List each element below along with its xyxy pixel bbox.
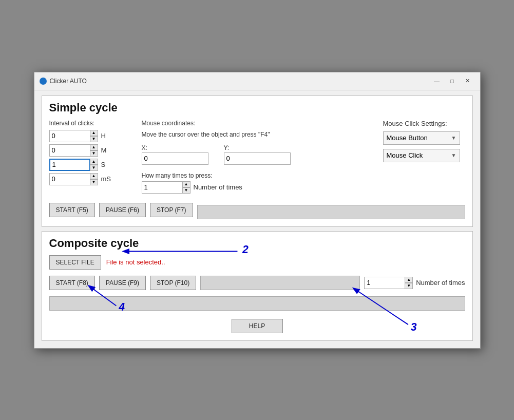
- file-row: SELECT FILE File is not selected..: [49, 255, 465, 270]
- x-item: X:: [142, 144, 208, 165]
- mouse-click-value: Mouse Click: [387, 151, 423, 159]
- minimize-button[interactable]: —: [430, 75, 444, 87]
- interval-h-input[interactable]: [49, 130, 90, 142]
- composite-times-up[interactable]: ▲: [405, 277, 413, 283]
- composite-controls-row: START (F8) PAUSE (F9) STOP (F10) ▲ ▼ Num…: [49, 276, 465, 290]
- interval-row-s: ▲ ▼ S: [49, 159, 131, 171]
- unit-h: H: [101, 132, 111, 140]
- interval-label: Interval of clicks:: [49, 120, 131, 127]
- mouse-button-value: Mouse Button: [387, 134, 428, 142]
- press-count-input[interactable]: [142, 181, 183, 194]
- simple-cycle-title: Simple cycle: [49, 101, 465, 114]
- mouse-click-arrow: ▼: [451, 152, 456, 158]
- x-label: X:: [142, 144, 208, 151]
- spinner-ms: ▲ ▼: [49, 173, 98, 185]
- spinner-s-down[interactable]: ▼: [90, 165, 98, 171]
- spinner-h-btns: ▲ ▼: [90, 130, 98, 142]
- y-input[interactable]: [224, 152, 291, 165]
- interval-row-h: ▲ ▼ H: [49, 130, 131, 142]
- composite-cycle-title: Composite cycle: [49, 237, 465, 250]
- spinner-m: ▲ ▼: [49, 144, 98, 157]
- title-bar: Clicker AUTO — □ ✕: [34, 72, 480, 90]
- help-button[interactable]: HELP: [232, 319, 283, 333]
- mouse-coords-block: Mouse coordinates: Move the cursor over …: [142, 120, 373, 194]
- spinner-m-down[interactable]: ▼: [90, 150, 98, 157]
- settings-label: Mouse Click Settings:: [383, 120, 465, 127]
- press-spinner-up[interactable]: ▲: [182, 181, 191, 187]
- unit-m: M: [101, 146, 111, 154]
- spinner-h-up[interactable]: ▲: [90, 130, 98, 136]
- spinner-h-down[interactable]: ▼: [90, 136, 98, 142]
- composite-times-spinner: ▲ ▼: [364, 277, 413, 289]
- press-count-block: How many times to press: ▲ ▼ Number of t…: [142, 172, 373, 194]
- interval-ms-input[interactable]: [49, 173, 90, 185]
- spinner-s-up[interactable]: ▲: [90, 159, 98, 165]
- spinner-m-up[interactable]: ▲: [90, 144, 98, 150]
- simple-status-bar: [197, 205, 465, 219]
- mouse-button-arrow: ▼: [451, 135, 456, 141]
- composite-bottom-bar: [49, 296, 465, 311]
- composite-times-label: Number of times: [416, 279, 465, 287]
- unit-ms: mS: [101, 175, 111, 183]
- file-status: File is not selected..: [106, 258, 165, 266]
- simple-cycle-actions: START (F5) PAUSE (F6) STOP (F7): [49, 201, 465, 219]
- window-body: Simple cycle Interval of clicks: ▲ ▼: [34, 90, 480, 348]
- spinner-ms-down[interactable]: ▼: [90, 179, 98, 185]
- simple-cycle-content: Interval of clicks: ▲ ▼ H: [49, 120, 465, 194]
- maximize-button[interactable]: □: [445, 75, 460, 87]
- y-label: Y:: [224, 144, 291, 151]
- coords-label: Mouse coordinates:: [142, 120, 373, 127]
- press-spinner-down[interactable]: ▼: [182, 187, 191, 194]
- xy-row: X: Y:: [142, 144, 373, 165]
- y-item: Y:: [224, 144, 291, 165]
- press-count-label: How many times to press:: [142, 172, 373, 179]
- window-title: Clicker AUTO: [50, 78, 87, 85]
- press-spinner-btns: ▲ ▼: [182, 181, 191, 194]
- pause-f6-button[interactable]: PAUSE (F6): [99, 203, 146, 217]
- coords-hint: Move the cursor over the object and pres…: [142, 131, 373, 138]
- stop-f10-button[interactable]: STOP (F10): [150, 276, 196, 290]
- interval-block: Interval of clicks: ▲ ▼ H: [49, 120, 131, 186]
- press-count-row: ▲ ▼ Number of times: [142, 181, 373, 194]
- composite-times-down[interactable]: ▼: [405, 283, 413, 289]
- composite-status-bar: [200, 276, 360, 290]
- mouse-settings-block: Mouse Click Settings: Mouse Button ▼ Mou…: [383, 120, 465, 162]
- press-unit-label: Number of times: [194, 183, 242, 191]
- composite-cycle-content: SELECT FILE File is not selected.. START…: [49, 255, 465, 333]
- interval-s-input[interactable]: [49, 159, 90, 171]
- interval-m-input[interactable]: [49, 144, 90, 157]
- main-window: Clicker AUTO — □ ✕ Simple cycle Interval…: [34, 72, 481, 349]
- title-bar-left: Clicker AUTO: [40, 78, 87, 85]
- app-icon: [40, 78, 47, 85]
- start-f5-button[interactable]: START (F5): [49, 203, 95, 217]
- unit-s: S: [101, 161, 111, 168]
- spinner-s: ▲ ▼: [49, 159, 98, 171]
- composite-cycle-section: Composite cycle 2 4 3: [42, 231, 473, 341]
- start-f8-button[interactable]: START (F8): [49, 276, 95, 290]
- press-spinner: ▲ ▼: [142, 181, 191, 194]
- interval-row-m: ▲ ▼ M: [49, 144, 131, 157]
- spinner-h: ▲ ▼: [49, 130, 98, 142]
- stop-f7-button[interactable]: STOP (F7): [150, 203, 193, 217]
- spinner-m-btns: ▲ ▼: [90, 144, 98, 157]
- spinner-s-btns: ▲ ▼: [90, 159, 98, 171]
- composite-times-btns: ▲ ▼: [405, 277, 413, 289]
- close-button[interactable]: ✕: [461, 75, 475, 87]
- interval-row-ms: ▲ ▼ mS: [49, 173, 131, 185]
- window-controls: — □ ✕: [430, 75, 475, 87]
- simple-cycle-section: Simple cycle Interval of clicks: ▲ ▼: [42, 96, 473, 227]
- number-times-group: ▲ ▼ Number of times: [364, 277, 465, 289]
- help-row: HELP: [49, 319, 465, 333]
- x-input[interactable]: [142, 152, 208, 165]
- spinner-ms-btns: ▲ ▼: [90, 173, 98, 185]
- spinner-ms-up[interactable]: ▲: [90, 173, 98, 179]
- mouse-click-dropdown[interactable]: Mouse Click ▼: [383, 149, 460, 162]
- select-file-button[interactable]: SELECT FILE: [49, 255, 101, 270]
- pause-f9-button[interactable]: PAUSE (F9): [99, 276, 146, 290]
- mouse-button-dropdown[interactable]: Mouse Button ▼: [383, 131, 460, 145]
- composite-times-input[interactable]: [364, 277, 405, 289]
